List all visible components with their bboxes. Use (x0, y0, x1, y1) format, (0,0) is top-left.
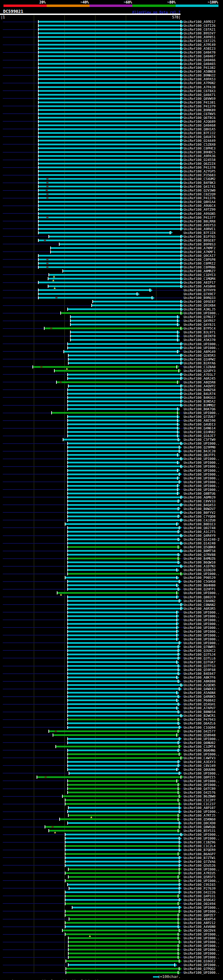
hit-label[interactable]: UniRef100_Q8H1A5 (184, 127, 216, 131)
hit-label[interactable]: UniRef100_UPI000.. (184, 737, 220, 741)
hit-label[interactable]: UniRef100_B9HDC5 (184, 150, 216, 154)
alignment-bar[interactable] (66, 903, 178, 905)
alignment-bar[interactable] (39, 216, 180, 218)
alignment-bar[interactable] (63, 439, 178, 441)
hit-label[interactable]: UniRef100_A7KMF1 (184, 250, 216, 254)
alignment-bar[interactable] (68, 562, 178, 563)
hit-label[interactable]: UniRef100_A7P4J8 (184, 85, 216, 89)
alignment-bar[interactable] (68, 765, 178, 767)
alignment-bar[interactable] (68, 485, 177, 487)
hit-label[interactable]: UniRef100_UPI000.. (184, 611, 220, 614)
alignment-bar[interactable] (68, 811, 179, 813)
hit-label[interactable]: UniRef100_A4V6N0 (184, 925, 216, 929)
alignment-bar[interactable] (93, 301, 180, 302)
alignment-bar[interactable] (69, 807, 179, 808)
alignment-bar[interactable] (68, 696, 178, 697)
alignment-bar[interactable] (39, 98, 180, 99)
alignment-bar[interactable] (64, 351, 177, 353)
alignment-bar[interactable] (48, 285, 180, 287)
alignment-bar[interactable] (39, 105, 180, 107)
hit-label[interactable]: UniRef100_A1CJT5 (184, 530, 216, 534)
alignment-bar[interactable] (68, 700, 176, 701)
hit-label[interactable]: UniRef100_Q4WX43 (184, 687, 216, 691)
hit-label[interactable]: UniRef100_C5FTW9 (184, 438, 216, 442)
alignment-bar[interactable] (69, 956, 178, 958)
hit-label[interactable]: UniRef100_B6ZBW0 (184, 794, 216, 798)
hit-label[interactable]: UniRef100_Q40468 (184, 123, 216, 127)
hit-label[interactable]: UniRef100_A7APU7 (184, 706, 216, 710)
alignment-bar[interactable] (71, 331, 177, 333)
alignment-bar[interactable] (39, 197, 180, 199)
alignment-bar[interactable] (68, 515, 178, 517)
hit-label[interactable]: UniRef100_B4FBK3 (184, 181, 216, 185)
alignment-bar[interactable] (39, 40, 180, 42)
alignment-bar[interactable] (39, 140, 180, 142)
hit-label[interactable]: UniRef100_Q5XGH1 (184, 702, 216, 706)
hit-label[interactable]: UniRef100_B3L971 (184, 330, 216, 334)
alignment-bar[interactable] (69, 385, 180, 387)
hit-label[interactable]: UniRef100_C4JZU0 (184, 518, 216, 522)
hit-label[interactable]: UniRef100_Q4R8K5 (184, 695, 216, 698)
alignment-bar[interactable] (68, 584, 176, 586)
hit-label[interactable]: UniRef100_B6AGP7 (184, 852, 216, 856)
hit-label[interactable]: UniRef100_C6TA21 (184, 27, 216, 31)
hit-label[interactable]: UniRef100_Q3TSJ4 (184, 652, 216, 656)
hit-label[interactable]: UniRef100_UPI000.. (184, 618, 220, 622)
hit-label[interactable]: UniRef100_UPI000.. (184, 633, 220, 637)
alignment-bar[interactable] (68, 496, 180, 498)
hit-label[interactable]: UniRef100_P27639 (184, 886, 216, 890)
hit-label[interactable]: UniRef100_UPI000.. (184, 346, 220, 350)
hit-label[interactable]: UniRef100_O42577 (184, 729, 216, 733)
hit-label[interactable]: UniRef100_C6TI26 (184, 24, 216, 27)
alignment-bar[interactable] (68, 538, 178, 540)
hit-label[interactable]: UniRef100_C5XUM2 (184, 177, 216, 181)
hit-label[interactable]: UniRef100_C0PHE3 (184, 146, 216, 150)
hit-label[interactable]: UniRef100_Q2HFP1 (184, 587, 216, 591)
alignment-bar[interactable] (39, 178, 180, 180)
hit-label[interactable]: UniRef100_Q285R3 (184, 353, 216, 357)
hit-label[interactable]: UniRef100_UPI000.. (184, 480, 220, 484)
hit-label[interactable]: UniRef100_C4WTV3 (184, 756, 216, 760)
alignment-bar[interactable] (68, 573, 180, 575)
alignment-bar[interactable] (59, 243, 180, 245)
hit-label[interactable]: UniRef100_Q93XB4 (184, 304, 216, 307)
hit-label[interactable]: UniRef100_UPI000.. (184, 867, 220, 871)
hit-label[interactable]: UniRef100_P60842 (184, 698, 216, 702)
hit-label[interactable]: UniRef100_A8XP54 (184, 917, 216, 921)
alignment-bar[interactable] (68, 374, 180, 375)
alignment-bar[interactable] (39, 67, 180, 68)
hit-label[interactable]: UniRef100_B7P5C4 (184, 326, 216, 330)
alignment-bar[interactable] (68, 784, 178, 786)
hit-label[interactable]: UniRef100_C8VJ49 (184, 764, 216, 768)
hit-label[interactable]: UniRef100_B4JC20 (184, 449, 216, 453)
alignment-bar[interactable] (68, 596, 176, 598)
alignment-bar[interactable] (39, 189, 180, 191)
hit-label[interactable]: UniRef100_P35683 (184, 173, 216, 177)
hit-label[interactable]: UniRef100_B4LR74 (184, 392, 216, 396)
alignment-bar[interactable] (68, 527, 179, 529)
alignment-bar[interactable] (39, 186, 180, 188)
alignment-bar[interactable] (39, 282, 180, 283)
alignment-bar[interactable] (68, 727, 179, 728)
hit-label[interactable]: UniRef100_B3MMQ2 (184, 403, 216, 407)
hit-label[interactable]: UniRef100_UPI000.. (184, 637, 220, 641)
alignment-bar[interactable] (66, 853, 178, 855)
alignment-bar[interactable] (68, 684, 180, 686)
alignment-bar[interactable] (68, 569, 176, 571)
alignment-bar[interactable] (68, 703, 178, 705)
alignment-bar[interactable] (69, 869, 179, 870)
alignment-bar[interactable] (39, 151, 180, 153)
alignment-bar[interactable] (69, 888, 179, 889)
alignment-bar[interactable] (66, 934, 178, 935)
alignment-bar[interactable] (68, 722, 178, 724)
alignment-bar[interactable] (68, 401, 180, 402)
alignment-bar[interactable] (68, 512, 180, 514)
hit-label[interactable]: UniRef100_UPI000.. (184, 833, 220, 837)
hit-label[interactable]: UniRef100_A7P6N2 (184, 81, 216, 85)
alignment-bar[interactable] (66, 968, 179, 970)
hit-label[interactable]: UniRef100_A7PE49 (184, 43, 216, 46)
hit-label[interactable]: UniRef100_B6K7Q6 (184, 407, 216, 411)
alignment-bar[interactable] (33, 366, 176, 368)
alignment-bar[interactable] (55, 370, 178, 372)
alignment-bar[interactable] (69, 941, 179, 943)
